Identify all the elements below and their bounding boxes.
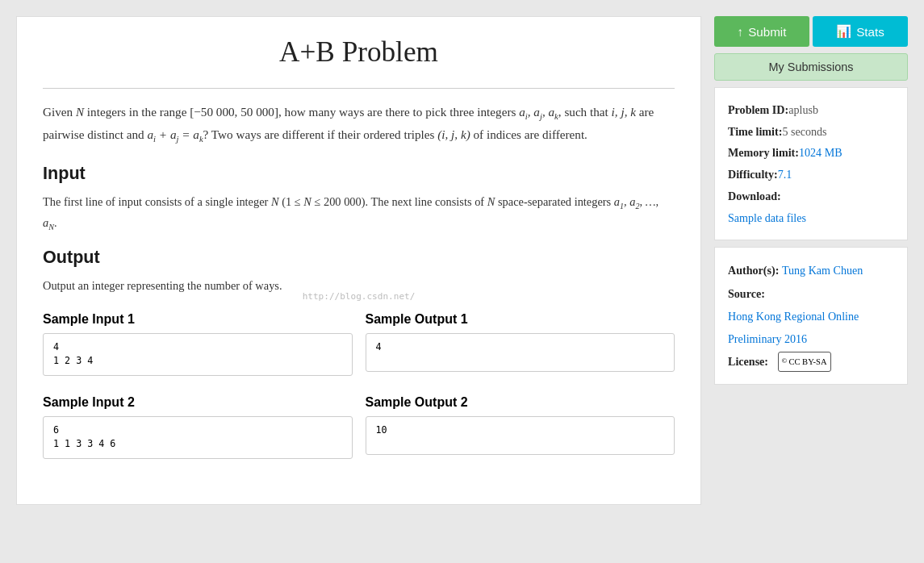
license-label: License: xyxy=(728,350,768,373)
math-vars: ai, aj, ak xyxy=(519,105,558,119)
sample-output-2-label: Sample Output 2 xyxy=(366,395,675,410)
memory-limit-value: 1024 MB xyxy=(799,142,842,164)
sidebar: ↑ Submit 📊 Stats My Submissions Problem … xyxy=(714,16,908,505)
chart-icon: 📊 xyxy=(836,24,851,39)
sample-input-1-box: Sample Input 1 4 1 2 3 4 xyxy=(43,312,353,376)
stats-label: Stats xyxy=(856,25,884,39)
authors-value[interactable]: Tung Kam Chuen xyxy=(782,259,863,282)
input-text: The first line of input consists of a si… xyxy=(43,192,675,234)
time-limit-label: Time limit: xyxy=(728,121,782,143)
memory-limit-label: Memory limit: xyxy=(728,142,799,164)
math-N: N xyxy=(76,105,84,119)
math-seq: a1, a2, …, aN xyxy=(43,195,659,229)
math-N2: N xyxy=(271,195,279,208)
memory-limit-row: Memory limit: 1024 MB xyxy=(728,142,894,164)
output-text: Output an integer representing the numbe… xyxy=(43,276,675,295)
problem-id-value: aplusb xyxy=(788,99,818,121)
math-triple: (i, j, k) xyxy=(437,127,470,141)
sample-input-2-code: 6 1 1 3 3 4 6 xyxy=(43,416,353,459)
problem-description: Given N integers in the range [−50 000, … xyxy=(43,88,675,147)
difficulty-row: Difficulty: 7.1 xyxy=(728,164,894,186)
cc-icon: © xyxy=(782,354,788,369)
submit-button[interactable]: ↑ Submit xyxy=(714,16,809,47)
source-label: Source: xyxy=(728,282,765,305)
authors-label: Author(s): xyxy=(728,259,779,282)
time-limit-value: 5 seconds xyxy=(782,121,826,143)
input-title: Input xyxy=(43,163,675,184)
math-equation: ai + aj = ak xyxy=(148,127,203,141)
download-link[interactable]: Sample data files xyxy=(728,211,806,224)
page-wrapper: A+B Problem Given N integers in the rang… xyxy=(16,16,908,505)
submit-label: Submit xyxy=(748,25,786,39)
difficulty-value: 7.1 xyxy=(778,164,792,186)
problem-id-label: Problem ID: xyxy=(728,99,788,121)
source-value[interactable]: Hong Kong Regional Online Preliminary 20… xyxy=(728,305,894,350)
output-title: Output xyxy=(43,247,675,268)
math-N4: N xyxy=(487,195,495,208)
download-row: Download: xyxy=(728,186,894,207)
time-limit-row: Time limit: 5 seconds xyxy=(728,121,894,143)
sample-output-2-box: Sample Output 2 10 xyxy=(366,395,675,459)
sample-output-1-label: Sample Output 1 xyxy=(366,312,675,327)
sample-section: Sample Input 1 4 1 2 3 4 Sample Output 1… xyxy=(43,312,675,459)
math-N3: N xyxy=(303,195,311,208)
sample-output-1-box: Sample Output 1 4 xyxy=(366,312,675,376)
stats-button[interactable]: 📊 Stats xyxy=(813,16,908,47)
sample-pair-1: Sample Input 1 4 1 2 3 4 Sample Output 1… xyxy=(43,312,675,376)
cc-text: CC BY-SA xyxy=(788,353,826,370)
math-ijk: i, j, k xyxy=(612,105,636,119)
sample-input-1-label: Sample Input 1 xyxy=(43,312,353,327)
license-badge: © CC BY-SA xyxy=(778,352,831,372)
license-row: License: © CC BY-SA xyxy=(728,350,894,373)
problem-id-row: Problem ID: aplusb xyxy=(728,99,894,121)
sidebar-info: Problem ID: aplusb Time limit: 5 seconds… xyxy=(714,87,908,240)
sidebar-author: Author(s): Tung Kam Chuen Source: Hong K… xyxy=(714,247,908,385)
sample-output-1-code: 4 xyxy=(366,333,675,372)
sample-output-2-code: 10 xyxy=(366,416,675,455)
download-link-row: Sample data files xyxy=(728,207,894,229)
output-section: Output Output an integer representing th… xyxy=(43,247,675,295)
source-row: Source: Hong Kong Regional Online Prelim… xyxy=(728,282,894,350)
sample-pair-2: Sample Input 2 6 1 1 3 3 4 6 Sample Outp… xyxy=(43,395,675,459)
main-content: A+B Problem Given N integers in the rang… xyxy=(16,16,701,505)
my-submissions-button[interactable]: My Submissions xyxy=(714,53,908,81)
authors-row: Author(s): Tung Kam Chuen xyxy=(728,259,894,282)
sidebar-buttons: ↑ Submit 📊 Stats xyxy=(714,16,908,47)
input-section: Input The first line of input consists o… xyxy=(43,163,675,234)
sample-input-1-code: 4 1 2 3 4 xyxy=(43,333,353,376)
difficulty-label: Difficulty: xyxy=(728,164,778,186)
description-paragraph: Given N integers in the range [−50 000, … xyxy=(43,102,675,147)
download-label: Download: xyxy=(728,186,781,207)
upload-icon: ↑ xyxy=(738,25,744,39)
problem-title: A+B Problem xyxy=(43,36,675,69)
sample-input-2-box: Sample Input 2 6 1 1 3 3 4 6 xyxy=(43,395,353,459)
sample-input-2-label: Sample Input 2 xyxy=(43,395,353,410)
